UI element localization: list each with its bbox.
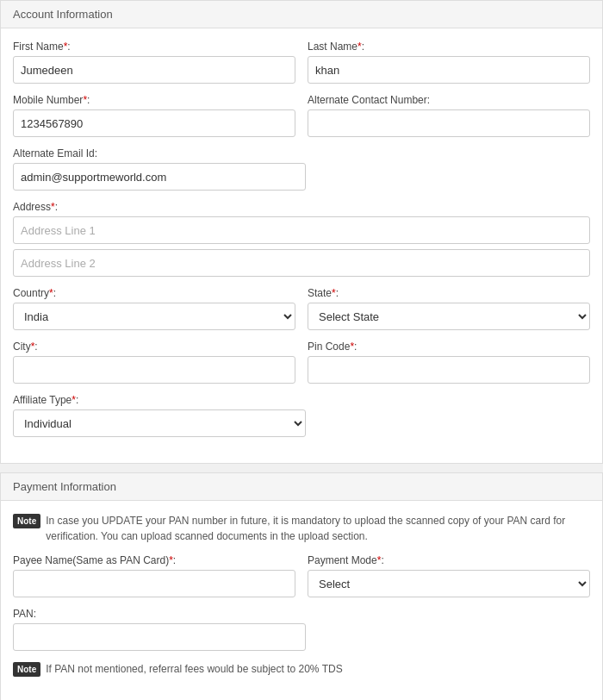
country-select[interactable]: India USA UK Canada [13,303,295,330]
payment-info-body: Note In case you UPDATE your PAN number … [1,501,602,700]
account-info-title: Account Information [13,8,113,21]
first-name-input[interactable] [13,56,295,84]
country-state-row: Country*: India USA UK Canada State*: Se… [13,287,590,330]
pincode-input[interactable] [308,356,590,384]
city-label: City*: [13,341,295,353]
affiliate-type-select[interactable]: Individual Company [13,409,306,437]
alternate-contact-input[interactable] [308,109,590,137]
address-line1-input[interactable] [13,216,590,244]
last-name-group: Last Name*: [308,41,590,84]
address-label: Address*: [13,201,590,213]
payee-name-input[interactable] [13,570,295,597]
account-information-section: Account Information First Name*: Last Na… [0,0,603,464]
address-line2-input[interactable] [13,249,590,277]
mobile-input[interactable] [13,109,295,137]
state-label: State*: [308,287,590,299]
alternate-email-input[interactable] [13,163,306,191]
account-info-body: First Name*: Last Name*: Mobile Number*: [1,28,602,463]
alternate-email-label: Alternate Email Id: [13,147,306,159]
address-row: Address*: [13,201,590,277]
city-input[interactable] [13,356,295,384]
payment-mode-group: Payment Mode*: Select Bank Transfer PayP… [308,554,590,597]
state-select[interactable]: Select State Andhra Pradesh Delhi Mahara… [308,303,590,330]
payment-mode-label: Payment Mode*: [308,554,590,566]
payment-info-title: Payment Information [13,480,116,493]
alternate-email-group: Alternate Email Id: [13,147,306,191]
mobile-group: Mobile Number*: [13,94,295,137]
affiliate-type-label: Affiliate Type*: [13,394,306,406]
payment-information-section: Payment Information Note In case you UPD… [0,472,603,700]
pan-row: PAN: [13,608,590,651]
affiliate-type-row: Affiliate Type*: Individual Company [13,394,590,437]
city-group: City*: [13,341,295,384]
pan-update-note-text: In case you UPDATE your PAN number in fu… [46,513,590,544]
first-name-label: First Name*: [13,41,295,53]
pan-note-text: If PAN not mentioned, referral fees woul… [46,661,342,677]
affiliate-type-group: Affiliate Type*: Individual Company [13,394,306,437]
pan-update-note-label: Note [13,514,40,528]
pan-group: PAN: [13,608,306,651]
last-name-input[interactable] [308,56,590,84]
alternate-contact-group: Alternate Contact Number: [308,94,590,137]
last-name-label: Last Name*: [308,41,590,53]
alternate-contact-label: Alternate Contact Number: [308,94,590,106]
pan-note-label: Note [13,662,40,677]
name-row: First Name*: Last Name*: [13,41,590,84]
payment-mode-select[interactable]: Select Bank Transfer PayPal [308,570,590,597]
email-row: Alternate Email Id: [13,147,590,191]
payee-name-label: Payee Name(Same as PAN Card)*: [13,554,295,566]
pan-update-note: Note In case you UPDATE your PAN number … [13,513,590,544]
pincode-group: Pin Code*: [308,341,590,384]
mobile-label: Mobile Number*: [13,94,295,106]
first-name-group: First Name*: [13,41,295,84]
pan-input[interactable] [13,623,306,651]
country-group: Country*: India USA UK Canada [13,287,295,330]
pan-label: PAN: [13,608,306,620]
city-pin-row: City*: Pin Code*: [13,341,590,384]
country-label: Country*: [13,287,295,299]
pan-note: Note If PAN not mentioned, referral fees… [13,661,590,677]
contact-row: Mobile Number*: Alternate Contact Number… [13,94,590,137]
state-group: State*: Select State Andhra Pradesh Delh… [308,287,590,330]
account-info-header: Account Information [1,1,602,28]
pincode-label: Pin Code*: [308,341,590,353]
address-group: Address*: [13,201,590,277]
payment-info-header: Payment Information [1,473,602,501]
payee-payment-row: Payee Name(Same as PAN Card)*: Payment M… [13,554,590,597]
payee-name-group: Payee Name(Same as PAN Card)*: [13,554,295,597]
